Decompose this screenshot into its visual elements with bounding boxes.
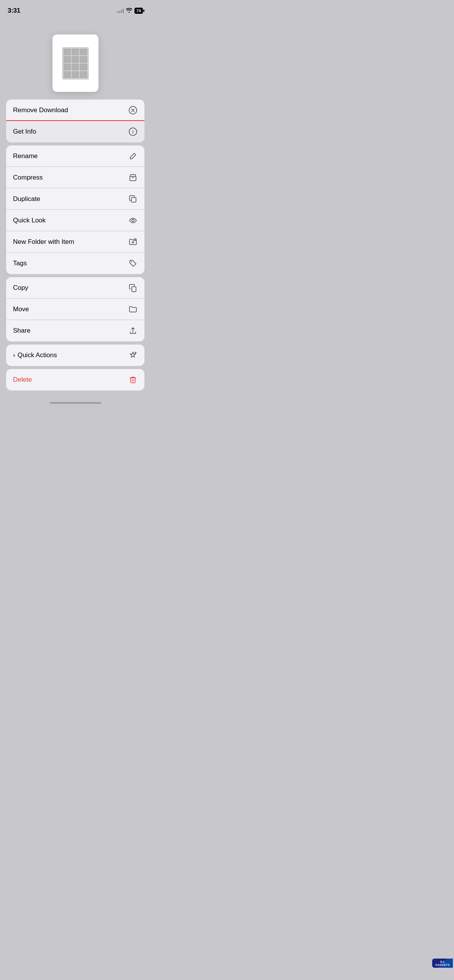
duplicate-icon bbox=[128, 195, 138, 203]
eye-icon bbox=[128, 216, 138, 225]
file-card bbox=[52, 34, 98, 92]
duplicate-item[interactable]: Duplicate bbox=[6, 188, 144, 210]
status-time: 3:31 bbox=[8, 7, 20, 15]
rename-label: Rename bbox=[13, 152, 38, 160]
trash-icon bbox=[128, 376, 138, 384]
menu-group-4: › Quick Actions bbox=[6, 345, 144, 366]
folder-icon bbox=[128, 305, 138, 314]
home-bar bbox=[50, 402, 101, 404]
delete-label: Delete bbox=[13, 376, 32, 384]
new-folder-label: New Folder with Item bbox=[13, 238, 74, 246]
battery-icon: 74 bbox=[134, 8, 143, 14]
svg-rect-3 bbox=[130, 176, 136, 181]
box-icon bbox=[128, 173, 138, 182]
info-icon bbox=[128, 127, 138, 136]
svg-point-5 bbox=[132, 219, 134, 222]
share-icon bbox=[128, 327, 138, 335]
tags-label: Tags bbox=[13, 260, 27, 267]
sparkle-icon bbox=[128, 351, 138, 359]
menu-group-3: Copy Move Share bbox=[6, 277, 144, 341]
context-menu: Remove Download Get Info Rename bbox=[6, 100, 144, 390]
svg-rect-9 bbox=[131, 378, 135, 383]
compress-label: Compress bbox=[13, 174, 43, 181]
quick-actions-chevron: › bbox=[13, 351, 15, 359]
pencil-icon bbox=[128, 152, 138, 160]
status-bar: 3:31 74 bbox=[0, 0, 151, 19]
signal-icon bbox=[117, 8, 124, 13]
new-folder-item[interactable]: New Folder with Item bbox=[6, 231, 144, 253]
quick-actions-left: › Quick Actions bbox=[13, 351, 57, 359]
copy-icon bbox=[128, 284, 138, 292]
copy-item[interactable]: Copy bbox=[6, 277, 144, 299]
share-item[interactable]: Share bbox=[6, 320, 144, 341]
copy-label: Copy bbox=[13, 284, 28, 292]
remove-download-item[interactable]: Remove Download bbox=[6, 100, 144, 121]
delete-item[interactable]: Delete bbox=[6, 369, 144, 390]
duplicate-label: Duplicate bbox=[13, 195, 40, 203]
quick-look-label: Quick Look bbox=[13, 217, 46, 224]
remove-download-label: Remove Download bbox=[13, 106, 68, 114]
tag-icon bbox=[128, 259, 138, 268]
move-item[interactable]: Move bbox=[6, 299, 144, 320]
file-preview-area bbox=[0, 19, 151, 100]
get-info-item[interactable]: Get Info bbox=[6, 121, 144, 142]
home-indicator bbox=[0, 398, 151, 407]
circle-x-icon bbox=[128, 106, 138, 114]
rename-item[interactable]: Rename bbox=[6, 145, 144, 167]
status-icons: 74 bbox=[117, 8, 143, 14]
menu-group-5: Delete bbox=[6, 369, 144, 390]
menu-group-2: Rename Compress Duplicate bbox=[6, 145, 144, 274]
get-info-label: Get Info bbox=[13, 128, 36, 136]
file-thumbnail bbox=[62, 47, 89, 80]
wifi-icon bbox=[126, 8, 132, 14]
folder-plus-icon bbox=[128, 238, 138, 246]
quick-actions-item[interactable]: › Quick Actions bbox=[6, 345, 144, 366]
svg-rect-4 bbox=[131, 198, 136, 202]
tags-item[interactable]: Tags bbox=[6, 253, 144, 274]
move-label: Move bbox=[13, 305, 29, 313]
quick-look-item[interactable]: Quick Look bbox=[6, 210, 144, 231]
share-label: Share bbox=[13, 327, 30, 335]
svg-point-7 bbox=[131, 261, 132, 262]
svg-point-2 bbox=[133, 130, 133, 131]
compress-item[interactable]: Compress bbox=[6, 167, 144, 188]
quick-actions-label: Quick Actions bbox=[18, 351, 57, 359]
menu-group-1: Remove Download Get Info bbox=[6, 100, 144, 142]
svg-rect-8 bbox=[132, 287, 136, 292]
